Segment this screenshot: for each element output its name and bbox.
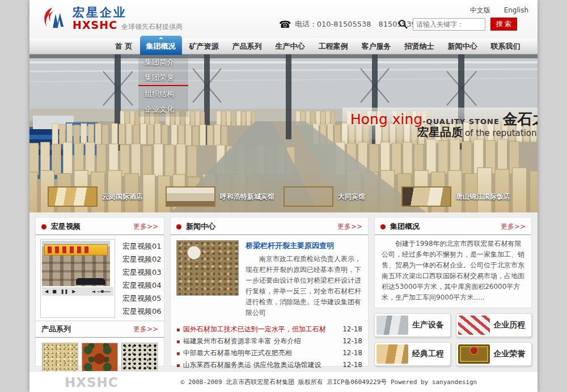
nav-item-contact-us[interactable]: 联系我们 (485, 38, 527, 55)
project-label: 云岗国际酒店 (102, 192, 143, 202)
submenu-item-org-structure[interactable]: 组织结构 (138, 86, 188, 101)
rewind-icon[interactable]: ◀ (45, 287, 48, 296)
search-input[interactable] (413, 18, 485, 31)
products-more-link[interactable]: 更多>> (133, 325, 158, 334)
nav-item-recruitment[interactable]: 招贤纳士 (399, 38, 441, 55)
about-more-link[interactable]: 更多>> (501, 222, 526, 232)
news-list-item[interactable]: 山东莱西石材服务奥运 供应伦敦奥运场馆建设12-18 (176, 359, 362, 371)
nav-item-production-center[interactable]: 生产中心 (269, 38, 311, 55)
submenu-item-group-honor[interactable]: 集团荣誉 (138, 70, 188, 86)
search-icon (398, 19, 408, 29)
news-date: 12-18 (342, 359, 362, 371)
video-player[interactable]: ◀ ■ ❚❚ ▶ ◄ (40, 239, 115, 318)
section-bullet-icon (41, 224, 46, 229)
news-panel: 新闻中心 更多>> 桥梁栏杆开裂主要原因查明 南京市政工程质检站负责人表示，现在… (170, 217, 369, 367)
video-thumbnail (42, 241, 110, 286)
video-section-title: 宏星视频 (51, 221, 133, 232)
nav-item-project-cases[interactable]: 工程案例 (312, 38, 354, 55)
video-list-item[interactable]: 宏星视频02 (122, 253, 162, 266)
project-thumbnail (401, 186, 451, 207)
volume-control: ◄ (92, 289, 111, 294)
video-list-item[interactable]: 宏星视频04 (122, 279, 162, 292)
nav-item-customer-service[interactable]: 客户服务 (356, 38, 397, 55)
footer: HXSHC © 2008-2009 北京市西联宏星石材集团 版权所有 京ICP备… (29, 371, 538, 392)
shortcut-classic-projects[interactable]: 经典工程 (374, 342, 451, 366)
shortcut-grid: 生产设备 企业历程 经典工程 企业荣誉 (374, 313, 532, 366)
volume-knob[interactable] (101, 290, 104, 293)
video-more-link[interactable]: 更多>> (133, 222, 158, 232)
shortcut-production-equipment[interactable]: 生产设备 (374, 313, 451, 337)
project-label: 大同宾馆 (338, 192, 365, 202)
submenu-item-group-intro[interactable]: 集团简介 (138, 54, 188, 70)
play-icon[interactable]: ▶ (72, 287, 75, 296)
shortcut-company-history[interactable]: 企业历程 (456, 313, 532, 337)
company-logo[interactable]: 宏星企业 HXSHC 全球领先石材提供商 (41, 6, 183, 31)
pause-icon[interactable]: ❚❚ (61, 287, 68, 296)
video-list-item[interactable]: 宏星视频01 (122, 240, 162, 253)
lang-english-link[interactable]: English (504, 6, 528, 14)
phone-icon: ☎ (279, 19, 291, 30)
submenu-item-corp-culture[interactable]: 企业文化 (138, 101, 188, 117)
featured-news-excerpt: 南京市政工程质检站负责人表示，现在栏杆开裂的原因已经基本查明，下一步还要由设计单… (246, 254, 362, 318)
video-list-item[interactable]: 宏星视频05 (122, 292, 162, 305)
building-sign (44, 244, 108, 255)
section-bullet-icon (176, 224, 181, 229)
about-text: 创建于1998年的北京市西联宏星石材有限公司，经过多年的不懈努力，是一家集加工、… (375, 235, 531, 308)
slogan-brand-en: Hong xing (350, 111, 422, 127)
search-bar: 搜 索 (398, 18, 517, 31)
hero-banner: 集团简介 集团荣誉 组织结构 企业文化 Hong xing-QUALITY ST… (29, 54, 538, 212)
featured-news-title[interactable]: 桥梁栏杆开裂主要原因查明 (246, 241, 362, 251)
news-list-item[interactable]: 福建泉州市石材资源非常丰富 分布介绍12-18 (176, 335, 362, 347)
main-nav: 首 页 集团概况 矿产资源 产品系列 生产中心 工程案例 客户服务 招贤纳士 新… (29, 37, 538, 54)
project-strip: 云岗国际酒店 呼和浩特新城宾馆 大同宾馆 唐山锦江国际饭店 (29, 184, 538, 210)
project-thumbnail (166, 186, 215, 207)
video-panel: 宏星视频 更多>> ◀ ■ ❚❚ ▶ (35, 217, 164, 367)
nav-item-group-overview[interactable]: 集团概况 (140, 36, 182, 55)
featured-news: 桥梁栏杆开裂主要原因查明 南京市政工程质检站负责人表示，现在栏杆开裂的原因已经基… (171, 235, 368, 322)
news-section-title: 新闻中心 (186, 221, 337, 232)
slogan-brand-cn: 宏星品质 (417, 125, 463, 139)
news-list-item[interactable]: 国外石材加工技术已达到一定水平，但加工石材12-18 (176, 323, 362, 335)
news-more-link[interactable]: 更多>> (337, 222, 362, 232)
page: 宏星企业 HXSHC 全球领先石材提供商 中文版 English ☎ 电话 : … (29, 0, 538, 392)
volume-icon: ◄ (92, 289, 95, 294)
car-silhouette (76, 278, 105, 285)
copyright-text: © 2008-2009 北京市西联宏星石材集团 版权所有 京ICP备060492… (120, 378, 538, 386)
main-content: 宏星视频 更多>> ◀ ■ ❚❚ ▶ (29, 212, 538, 371)
nav-item-home[interactable]: 首 页 (109, 38, 139, 55)
nav-item-mineral-resources[interactable]: 矿产资源 (183, 38, 225, 55)
featured-news-image (176, 240, 239, 296)
shortcut-company-honor[interactable]: 企业荣誉 (456, 342, 532, 366)
project-item-tangshan-hotel[interactable]: 唐山锦江国际饭店 (401, 186, 519, 207)
news-date: 12-18 (342, 347, 362, 359)
header: 宏星企业 HXSHC 全球领先石材提供商 中文版 English ☎ 电话 : … (29, 0, 538, 37)
logo-text: 宏星企业 HXSHC 全球领先石材提供商 (73, 6, 183, 31)
stop-icon[interactable]: ■ (52, 287, 57, 296)
phone-block: ☎ 电话 : 010-81505538 81505539 (279, 19, 416, 30)
news-list-item[interactable]: 中部最大石材基地明年正式在肥亮相12-18 (176, 347, 362, 359)
lang-chinese-link[interactable]: 中文版 (470, 6, 490, 14)
project-thumbnail (48, 186, 98, 207)
hero-slogan: Hong xing-QUALITY STONE金石之誉 宏星品质of the r… (342, 108, 538, 140)
video-list: 宏星视频01 宏星视频02 宏星视频03 宏星视频04 宏星视频05 宏星视频0… (115, 239, 162, 318)
project-label: 唐山锦江国际饭店 (456, 192, 510, 202)
video-list-item[interactable]: 宏星视频06 (122, 305, 162, 318)
equipment-image (376, 316, 408, 335)
footer-logo: HXSHC (65, 375, 119, 390)
news-date: 12-18 (342, 335, 362, 347)
nav-item-product-series[interactable]: 产品系列 (226, 38, 268, 55)
project-item-yungang-hotel[interactable]: 云岗国际酒店 (48, 186, 166, 207)
classic-project-image (376, 344, 408, 364)
project-item-hohhot-hotel[interactable]: 呼和浩特新城宾馆 (166, 186, 284, 207)
video-list-item[interactable]: 宏星视频03 (122, 266, 162, 279)
shortcut-label: 企业荣誉 (494, 349, 526, 359)
about-column: 集团概况 更多>> 创建于1998年的北京市西联宏星石材有限公司，经过多年的不懈… (374, 217, 532, 367)
history-image (458, 316, 490, 335)
search-button[interactable]: 搜 索 (490, 18, 517, 31)
nav-item-news-center[interactable]: 新闻中心 (442, 38, 484, 55)
language-switcher: 中文版 English (459, 6, 528, 15)
project-item-datong-hotel[interactable]: 大同宾馆 (284, 186, 401, 207)
products-section-title: 产品系列 (41, 324, 133, 334)
company-logo-icon (41, 6, 68, 31)
volume-slider[interactable] (97, 291, 111, 292)
